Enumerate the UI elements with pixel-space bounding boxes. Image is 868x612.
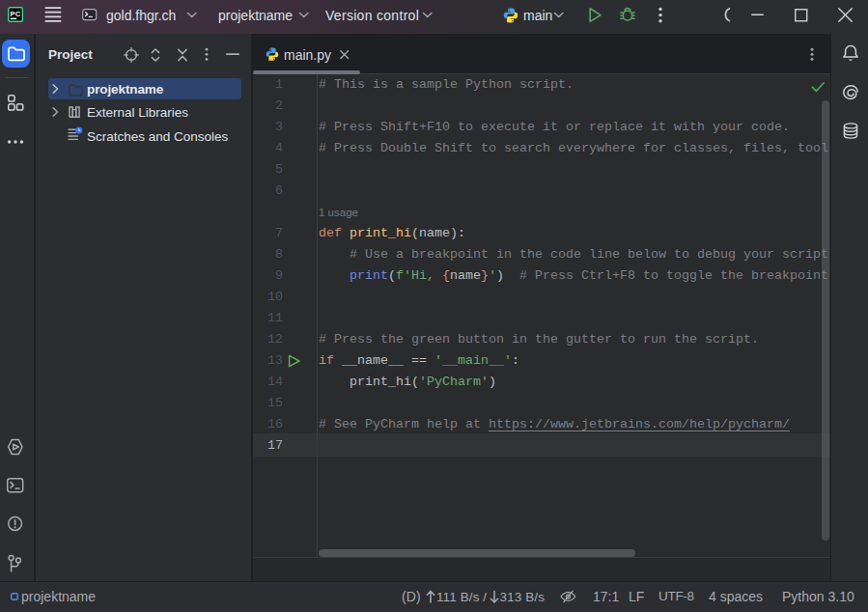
svg-text:PC: PC — [11, 10, 21, 18]
